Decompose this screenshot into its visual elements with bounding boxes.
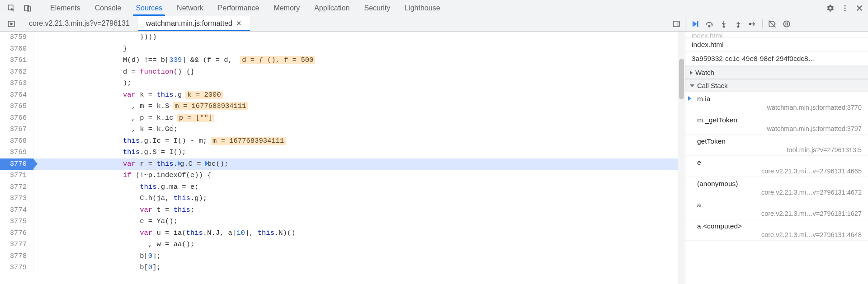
callstack-function: getToken (697, 137, 862, 145)
code-line[interactable]: 3777 , w = aa(); (0, 239, 685, 251)
close-devtools-icon[interactable] (854, 3, 864, 13)
panel-tab-elements[interactable]: Elements (43, 0, 88, 16)
debugger-sidebar: index.html index.html3a959332-cc1c-49e8-… (685, 16, 868, 284)
line-number[interactable]: 3769 (0, 147, 33, 158)
callstack-frame[interactable]: m._getTokenwatchman.min.js:formatted:379… (685, 113, 868, 135)
callstack-frame[interactable]: (anonymous)core.v2.21.3.mi…v=2796131:467… (685, 177, 868, 198)
callstack-list: m.iawatchman.min.js:formatted:3770m._get… (685, 92, 868, 284)
more-menu-icon[interactable] (840, 3, 850, 13)
step-icon[interactable] (746, 18, 760, 30)
close-tab-icon[interactable]: ✕ (236, 19, 242, 28)
step-out-icon[interactable] (731, 18, 745, 30)
deactivate-breakpoints-icon[interactable] (765, 18, 779, 30)
code-line[interactable]: 3776 var u = ia(this.N.J, a[10], this.N)… (0, 228, 685, 239)
callstack-section-header[interactable]: Call Stack (685, 79, 868, 92)
code-content: }))) (33, 32, 685, 43)
code-content: var r = this.g.C = bc(); (33, 158, 685, 170)
code-content: this.g.Ic = I() - m;m = 1677683934111 (33, 135, 685, 147)
resume-icon[interactable] (688, 18, 702, 30)
threads-row[interactable]: index.html (685, 38, 868, 52)
more-tabs-icon[interactable] (671, 19, 681, 29)
code-line[interactable]: 3769 this.g.S = I(); (0, 147, 685, 158)
device-toggle-icon[interactable] (23, 3, 33, 13)
code-line[interactable]: 3772 this.g.ma = e; (0, 182, 685, 193)
step-over-icon[interactable] (703, 18, 716, 30)
code-line[interactable]: 3765 , m = k.Sm = 1677683934111 (0, 101, 685, 112)
line-number[interactable]: 3770 (0, 158, 33, 170)
expand-icon (690, 70, 693, 75)
line-number[interactable]: 3759 (0, 32, 33, 43)
show-navigator-icon[interactable] (6, 19, 16, 29)
devtools-toolbar: ElementsConsoleSourcesNetworkPerformance… (0, 0, 868, 16)
line-number[interactable]: 3761 (0, 55, 33, 66)
callstack-frame[interactable]: m.iawatchman.min.js:formatted:3770 (685, 92, 868, 113)
code-line[interactable]: 3762 d = function() {} (0, 66, 685, 78)
step-into-icon[interactable] (717, 18, 731, 30)
line-number[interactable]: 3775 (0, 216, 33, 228)
pause-on-exceptions-icon[interactable] (780, 18, 793, 30)
iframe-row-truncated[interactable]: index.html (685, 32, 868, 38)
file-tab[interactable]: watchman.min.js:formatted✕ (138, 16, 250, 31)
line-number[interactable]: 3765 (0, 101, 33, 112)
panel-tab-console[interactable]: Console (88, 0, 129, 16)
code-line[interactable]: 3759 }))) (0, 32, 685, 43)
code-line[interactable]: 3768 this.g.Ic = I() - m;m = 16776839341… (0, 135, 685, 147)
sources-code-panel: core.v2.21.3.min.js?v=2796131watchman.mi… (0, 16, 685, 284)
code-line[interactable]: 3770 var r = this.g.C = bc(); (0, 158, 685, 170)
line-number[interactable]: 3776 (0, 228, 33, 239)
line-number[interactable]: 3766 (0, 112, 33, 124)
editor-scrollbar[interactable] (678, 32, 685, 284)
code-content: b[0]; (33, 251, 685, 262)
callstack-frame[interactable]: ecore.v2.21.3.mi…v=2796131:4665 (685, 156, 868, 177)
callstack-location: watchman.min.js:formatted:3770 (697, 104, 862, 111)
panel-tab-sources[interactable]: Sources (128, 0, 170, 16)
line-number[interactable]: 3762 (0, 66, 33, 78)
code-line[interactable]: 3778 b[0]; (0, 251, 685, 262)
file-tab-label: core.v2.21.3.min.js?v=2796131 (29, 19, 130, 28)
code-line[interactable]: 3775 e = Ya(); (0, 216, 685, 228)
code-content: , w = aa(); (33, 239, 685, 251)
line-number[interactable]: 3767 (0, 124, 33, 135)
line-number[interactable]: 3760 (0, 43, 33, 55)
line-number[interactable]: 3771 (0, 170, 33, 182)
line-number[interactable]: 3763 (0, 78, 33, 89)
code-editor[interactable]: 3759 })))3760 }3761 M(d) !== b[339] && (… (0, 32, 685, 284)
watch-section-header[interactable]: Watch (685, 66, 868, 79)
inspect-element-icon[interactable] (6, 3, 16, 13)
inline-value: p = [""] (177, 114, 214, 122)
panel-tab-application[interactable]: Application (307, 0, 357, 16)
panel-tab-performance[interactable]: Performance (211, 0, 267, 16)
line-number[interactable]: 3773 (0, 193, 33, 205)
line-number[interactable]: 3764 (0, 89, 33, 101)
line-number[interactable]: 3777 (0, 239, 33, 251)
callstack-frame[interactable]: a.<computed>core.v2.21.3.mi…v=2796131:46… (685, 219, 868, 241)
threads-row[interactable]: 3a959332-cc1c-49e8-98ef-294f0cdc8… (685, 52, 868, 66)
panel-tab-lighthouse[interactable]: Lighthouse (397, 0, 447, 16)
file-tab[interactable]: core.v2.21.3.min.js?v=2796131 (21, 16, 138, 31)
code-line[interactable]: 3779 b[0]; (0, 262, 685, 274)
code-line[interactable]: 3767 , k = k.Gc; (0, 124, 685, 135)
panel-tab-security[interactable]: Security (357, 0, 397, 16)
code-line[interactable]: 3773 C.h(ja, this.g); (0, 193, 685, 205)
callstack-frame[interactable]: getTokentool.min.js?v=27961313:5 (685, 135, 868, 156)
line-number[interactable]: 3772 (0, 182, 33, 193)
line-number[interactable]: 3779 (0, 262, 33, 274)
panel-tab-network[interactable]: Network (170, 0, 211, 16)
file-tab-label: watchman.min.js:formatted (146, 19, 232, 28)
code-line[interactable]: 3764 var k = this.gk = 2000 (0, 89, 685, 101)
panel-tab-memory[interactable]: Memory (266, 0, 307, 16)
code-line[interactable]: 3763 ); (0, 78, 685, 89)
code-content: var k = this.gk = 2000 (33, 89, 685, 101)
code-line[interactable]: 3766 , p = k.icp = [""] (0, 112, 685, 124)
svg-rect-18 (787, 22, 788, 25)
code-line[interactable]: 3774 var t = this; (0, 205, 685, 216)
settings-icon[interactable] (826, 3, 835, 13)
code-line[interactable]: 3761 M(d) !== b[339] && (f = d, d = ƒ ()… (0, 55, 685, 66)
svg-rect-1 (24, 5, 28, 11)
code-line[interactable]: 3771 if (!~p.indexOf(e)) { (0, 170, 685, 182)
callstack-frame[interactable]: acore.v2.21.3.mi…v=2796131:1627 (685, 198, 868, 219)
line-number[interactable]: 3778 (0, 251, 33, 262)
line-number[interactable]: 3774 (0, 205, 33, 216)
code-line[interactable]: 3760 } (0, 43, 685, 55)
line-number[interactable]: 3768 (0, 135, 33, 147)
